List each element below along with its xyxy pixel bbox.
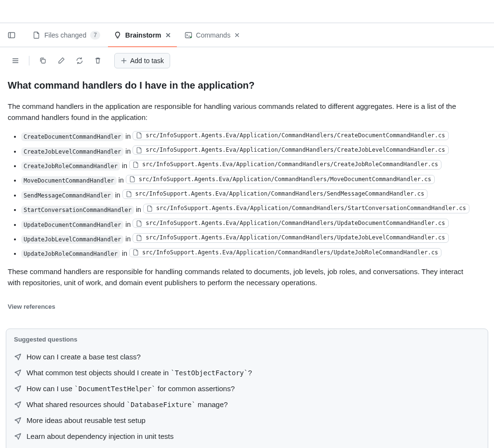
- file-path: src/InfoSupport.Agents.Eva/Application/C…: [135, 190, 425, 198]
- pencil-icon: [57, 57, 65, 65]
- suggested-text: Learn about dependency injection in unit…: [27, 432, 174, 440]
- file-icon: [129, 176, 136, 183]
- suggested-questions-panel: Suggested questions How can I create a b…: [6, 329, 488, 448]
- plus-icon: [120, 57, 127, 64]
- handler-item: UpdateJobLevelCommandHandlerinsrc/InfoSu…: [21, 233, 474, 243]
- refresh-button[interactable]: [72, 53, 87, 68]
- svg-point-4: [190, 36, 191, 38]
- file-chip[interactable]: src/InfoSupport.Agents.Eva/Application/C…: [129, 248, 441, 258]
- file-path: src/InfoSupport.Agents.Eva/Application/C…: [142, 161, 438, 169]
- delete-button[interactable]: [90, 53, 106, 68]
- handler-name: UpdateJobLevelCommandHandler: [21, 235, 123, 244]
- file-chip[interactable]: src/InfoSupport.Agents.Eva/Application/C…: [129, 160, 441, 170]
- suggested-question[interactable]: More ideas about reusable test setup: [14, 412, 480, 428]
- separator: [29, 56, 29, 66]
- suggested-title: Suggested questions: [14, 336, 480, 343]
- suggested-question[interactable]: Learn about dependency injection in unit…: [14, 428, 480, 444]
- in-word: in: [122, 250, 127, 257]
- file-icon: [136, 132, 143, 139]
- answer-intro: The command handlers in the application …: [8, 101, 474, 123]
- answer-outro: These command handlers are responsible f…: [8, 266, 474, 289]
- file-chip[interactable]: src/InfoSupport.Agents.Eva/Application/C…: [133, 131, 448, 141]
- file-path: src/InfoSupport.Agents.Eva/Application/C…: [139, 176, 431, 184]
- svg-rect-0: [9, 32, 15, 38]
- file-icon: [136, 220, 143, 227]
- file-path: src/InfoSupport.Agents.Eva/Application/C…: [146, 234, 445, 242]
- suggested-text: How can I create a base test class?: [27, 353, 141, 361]
- file-chip[interactable]: src/InfoSupport.Agents.Eva/Application/C…: [122, 189, 428, 199]
- handler-name: CreateJobLevelCommandHandler: [21, 147, 123, 156]
- file-icon: [126, 191, 133, 198]
- file-chip[interactable]: src/InfoSupport.Agents.Eva/Application/C…: [126, 175, 435, 184]
- handler-item: SendMessageCommandHandlerinsrc/InfoSuppo…: [21, 189, 474, 199]
- tab-label: Brainstorm: [125, 31, 161, 39]
- suggested-question[interactable]: How can I use `DocumentTestHelper` for c…: [14, 381, 480, 396]
- in-word: in: [122, 162, 127, 170]
- hamburger-icon: [12, 57, 19, 65]
- tab-commands[interactable]: Commands ✕: [179, 23, 246, 47]
- svg-rect-8: [41, 59, 45, 63]
- file-icon: [33, 31, 40, 39]
- file-icon: [136, 147, 143, 154]
- file-chip[interactable]: src/InfoSupport.Agents.Eva/Application/C…: [133, 145, 448, 155]
- suggested-question[interactable]: What shared resources should `DatabaseFi…: [14, 396, 480, 412]
- in-word: in: [125, 147, 131, 155]
- close-icon[interactable]: ✕: [234, 32, 240, 39]
- copy-icon: [39, 57, 47, 65]
- main-content: What command handlers do I have in the a…: [0, 74, 482, 329]
- file-icon: [136, 235, 143, 241]
- file-chip[interactable]: src/InfoSupport.Agents.Eva/Application/C…: [133, 219, 448, 228]
- handler-item: CreateJobRoleCommandHandlerinsrc/InfoSup…: [21, 160, 474, 170]
- suggested-question[interactable]: How can I create a base test class?: [14, 349, 480, 365]
- in-word: in: [125, 221, 131, 228]
- handler-name: UpdateDocumentCommandHandler: [21, 221, 123, 229]
- send-icon: [14, 400, 22, 408]
- file-path: src/InfoSupport.Agents.Eva/Application/C…: [156, 205, 466, 212]
- close-icon[interactable]: ✕: [165, 32, 171, 39]
- top-spacer: [0, 0, 494, 23]
- in-word: in: [125, 132, 131, 140]
- question-heading: What command handlers do I have in the a…: [8, 80, 474, 91]
- handler-item: CreateJobLevelCommandHandlerinsrc/InfoSu…: [21, 145, 474, 156]
- handler-name: CreateJobRoleCommandHandler: [21, 162, 120, 171]
- handler-name: UpdateJobRoleCommandHandler: [21, 250, 120, 258]
- in-word: in: [125, 235, 131, 243]
- tab-brainstorm[interactable]: Brainstorm ✕: [108, 23, 177, 47]
- suggested-text: How can I use `DocumentTestHelper` for c…: [27, 384, 235, 393]
- file-icon: [133, 249, 139, 256]
- suggested-question[interactable]: What common test objects should I create…: [14, 365, 480, 381]
- file-path: src/InfoSupport.Agents.Eva/Application/C…: [146, 146, 445, 154]
- panel-icon: [8, 31, 15, 39]
- in-word: in: [119, 176, 124, 184]
- in-word: in: [115, 191, 120, 199]
- file-icon: [147, 205, 153, 212]
- file-icon: [133, 161, 139, 168]
- copy-button[interactable]: [35, 53, 51, 68]
- handler-item: MoveDocumentCommandHandlerinsrc/InfoSupp…: [21, 175, 474, 185]
- send-icon: [14, 432, 22, 440]
- handler-name: SendMessageCommandHandler: [21, 191, 113, 200]
- suggested-text: What shared resources should `DatabaseFi…: [27, 400, 228, 408]
- tab-bar: Files changed 7 Brainstorm ✕ Commands ✕: [0, 23, 494, 47]
- menu-button[interactable]: [8, 53, 23, 68]
- handler-item: CreateDocumentCommandHandlerinsrc/InfoSu…: [21, 131, 474, 141]
- handler-name: StartConversationCommandHandler: [21, 206, 134, 214]
- send-icon: [14, 369, 22, 376]
- file-chip[interactable]: src/InfoSupport.Agents.Eva/Application/C…: [143, 204, 469, 213]
- file-chip[interactable]: src/InfoSupport.Agents.Eva/Application/C…: [133, 233, 448, 243]
- tab-files-changed[interactable]: Files changed 7: [27, 23, 106, 47]
- in-word: in: [136, 206, 141, 213]
- tab-label: Files changed: [44, 31, 86, 39]
- add-to-task-button[interactable]: Add to task: [114, 53, 170, 68]
- toolbar: Add to task: [0, 47, 494, 74]
- handler-item: UpdateJobRoleCommandHandlerinsrc/InfoSup…: [21, 248, 474, 258]
- edit-button[interactable]: [53, 53, 69, 68]
- terminal-icon: [185, 31, 192, 39]
- view-references-link[interactable]: View references: [8, 303, 55, 310]
- toggle-sidebar-button[interactable]: [4, 27, 19, 43]
- files-count-badge: 7: [90, 31, 100, 40]
- lightbulb-icon: [114, 31, 121, 39]
- refresh-icon: [76, 57, 83, 65]
- handler-item: StartConversationCommandHandlerinsrc/Inf…: [21, 204, 474, 214]
- tab-label: Commands: [196, 31, 231, 39]
